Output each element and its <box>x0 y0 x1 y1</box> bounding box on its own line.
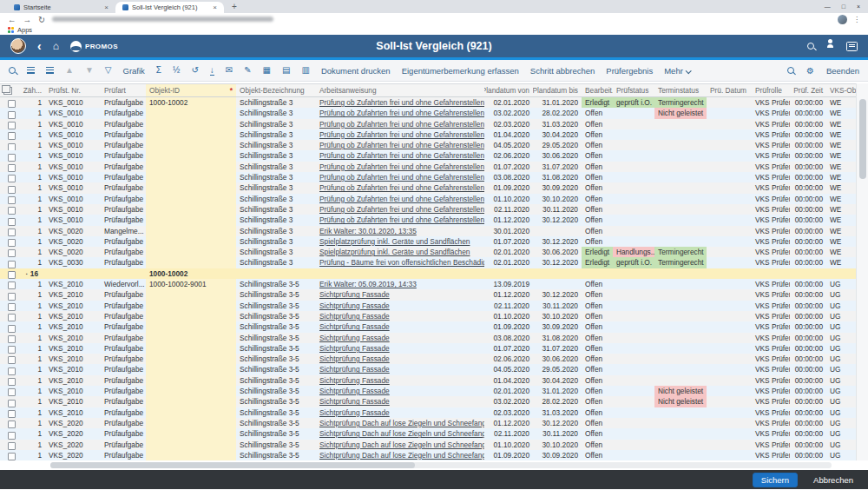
work-instruction-link[interactable]: Prüfung ob Zufahrten frei und ohne Gefah… <box>319 215 484 224</box>
select-all-icon[interactable] <box>3 87 12 95</box>
url-field[interactable] <box>52 17 273 22</box>
table-row[interactable]: 1VKS_2010PrüfaufgabeSchillingstraße 3-5S… <box>0 354 856 364</box>
row-checkbox[interactable] <box>8 239 16 247</box>
table-row[interactable]: 1VKS_0010PrüfaufgabeSchillingstraße 3Prü… <box>0 150 856 161</box>
table-row[interactable]: 1VKS_0020Mangelme...Schillingstraße 3Eri… <box>0 226 856 236</box>
row-checkbox[interactable] <box>8 356 16 364</box>
settings-gear-icon[interactable]: ⚙ <box>806 66 814 76</box>
sum-icon[interactable]: Σ <box>156 66 161 75</box>
row-checkbox[interactable] <box>8 325 16 333</box>
column-header-art[interactable]: Prüfart <box>101 84 146 96</box>
browser-menu-icon[interactable]: ⋮ <box>853 16 860 23</box>
work-instruction-link[interactable]: Sichtprüfung Dach auf lose Ziegeln und S… <box>319 451 484 460</box>
column-header-zeit[interactable]: Prüf. Zeit <box>790 84 826 96</box>
work-instruction-link[interactable]: Erik Walter: 30.01.2020, 13:35 <box>319 227 417 235</box>
column-header-von[interactable]: Plandatum von <box>484 84 533 96</box>
user-avatar[interactable] <box>10 38 26 54</box>
table-row[interactable]: 1VKS_2010PrüfaufgabeSchillingstraße 3-5S… <box>0 311 856 321</box>
column-header-sel[interactable] <box>0 84 23 96</box>
table-row[interactable]: 1VKS_2010PrüfaufgabeSchillingstraße 3-5S… <box>0 375 856 386</box>
work-instruction-link[interactable]: Sichtprüfung Fassade <box>319 334 390 342</box>
work-instruction-link[interactable]: Sichtprüfung Dach auf lose Ziegeln und S… <box>319 429 484 438</box>
column-header-rolle[interactable]: Prüfrolle <box>752 84 790 96</box>
refresh-icon[interactable]: ↺ <box>191 66 198 75</box>
column-header-vks[interactable]: VKS-Obj... <box>826 84 858 96</box>
row-checkbox[interactable] <box>8 228 16 236</box>
table-row[interactable]: 1VKS_2010PrüfaufgabeSchillingstraße 3-5S… <box>0 386 856 396</box>
sort-ascending-icon[interactable]: ▲ <box>65 66 74 75</box>
work-instruction-link[interactable]: Sichtprüfung Fassade <box>319 322 390 331</box>
test-result-button[interactable]: Prüfergebnis <box>606 66 653 76</box>
column-header-aw[interactable]: Arbeitsanweisung <box>316 84 484 96</box>
table-row[interactable]: 1VKS_2010Wiedervorl...1000-10002-9001Sch… <box>0 279 856 289</box>
work-instruction-link[interactable]: Prüfung ob Zufahrten frei und ohne Gefah… <box>319 162 484 171</box>
table-row[interactable]: 1VKS_2010PrüfaufgabeSchillingstraße 3-5S… <box>0 333 856 343</box>
work-instruction-link[interactable]: Erik Walter: 05.09.2019, 14:33 <box>319 280 417 288</box>
column-header-z[interactable]: Zäh... <box>23 84 45 96</box>
more-button[interactable]: Mehr <box>664 66 690 76</box>
save-button[interactable]: Sichern <box>753 473 798 487</box>
tab-soll-ist-vergleich[interactable]: Soll-Ist Vergleich (921) × <box>115 2 224 13</box>
work-instruction-link[interactable]: Sichtprüfung Dach auf lose Ziegeln und S… <box>319 419 484 427</box>
table-row[interactable]: 1VKS_2010PrüfaufgabeSchillingstraße 3-5S… <box>0 407 856 418</box>
tab-close-icon[interactable]: × <box>104 3 108 11</box>
work-instruction-link[interactable]: Sichtprüfung Fassade <box>319 376 390 385</box>
email-icon[interactable]: ✉ <box>226 66 233 75</box>
table-row[interactable]: 1VKS_0010PrüfaufgabeSchillingstraße 3Prü… <box>0 204 856 215</box>
column-header-obez[interactable]: Objekt-Bezeichnung <box>236 84 316 96</box>
export-spreadsheet-icon[interactable]: ▥ <box>301 66 309 75</box>
work-instruction-link[interactable]: Sichtprüfung Fassade <box>319 397 390 406</box>
tab-startseite[interactable]: Startseite × <box>7 2 115 13</box>
signature-icon[interactable]: ✎ <box>244 66 251 75</box>
row-checkbox[interactable] <box>8 432 16 440</box>
table-row[interactable]: 1VKS_2020PrüfaufgabeSchillingstraße 3-5S… <box>0 450 856 460</box>
work-instruction-link[interactable]: Sichtprüfung Fassade <box>319 408 390 417</box>
bookmarks-apps-label[interactable]: Apps <box>17 26 32 34</box>
table-row[interactable]: 1VKS_0010PrüfaufgabeSchillingstraße 3Prü… <box>0 172 856 182</box>
work-instruction-link[interactable]: Prüfung ob Zufahrten frei und ohne Gefah… <box>319 98 484 107</box>
vertical-scrollbar-thumb[interactable] <box>859 99 866 179</box>
table-row[interactable]: 1VKS_0010PrüfaufgabeSchillingstraße 3Prü… <box>0 182 856 193</box>
row-checkbox[interactable] <box>8 164 16 172</box>
home-icon[interactable]: ⌂ <box>53 41 59 51</box>
work-instruction-link[interactable]: Prüfung ob Zufahrten frei und ohne Gefah… <box>319 151 484 160</box>
table-search-icon[interactable] <box>787 67 794 74</box>
horizontal-scrollbar-thumb[interactable] <box>50 462 415 468</box>
work-instruction-link[interactable]: Prüfung ob Zufahrten frei und ohne Gefah… <box>319 195 484 203</box>
work-instruction-link[interactable]: Prüfung ob Zufahrten frei und ohne Gefah… <box>319 205 484 214</box>
nav-back-icon[interactable]: ← <box>8 15 16 24</box>
back-icon[interactable]: ‹ <box>37 40 42 52</box>
work-instruction-link[interactable]: Sichtprüfung Fassade <box>319 354 390 363</box>
table-row[interactable]: 1VKS_2010PrüfaufgabeSchillingstraße 3-5S… <box>0 301 856 311</box>
view-hierarchy-icon[interactable] <box>46 67 54 74</box>
column-header-bearb[interactable]: Bearbeit. <box>582 84 613 96</box>
group-row[interactable]: ▪161000-10002 <box>0 268 856 279</box>
row-checkbox[interactable] <box>8 335 16 343</box>
cancel-step-button[interactable]: Schritt abbrechen <box>530 66 595 76</box>
table-row[interactable]: 1VKS_2010PrüfaufgabeSchillingstraße 3-5S… <box>0 364 856 374</box>
row-checkbox[interactable] <box>8 218 16 226</box>
row-checkbox[interactable] <box>8 378 16 386</box>
row-checkbox[interactable] <box>8 346 16 354</box>
row-checkbox[interactable] <box>8 271 16 279</box>
row-checkbox[interactable] <box>8 400 16 407</box>
table-row[interactable]: 1VKS_0010PrüfaufgabeSchillingstraße 3Prü… <box>0 140 856 150</box>
row-checkbox[interactable] <box>8 186 16 194</box>
new-tab-button[interactable]: + <box>224 2 245 11</box>
group-expand-icon[interactable]: ▪ <box>26 268 28 279</box>
work-instruction-link[interactable]: Prüfung ob Zufahrten frei und ohne Gefah… <box>319 120 484 129</box>
column-header-nr[interactable]: Prüfst. Nr. <box>45 84 101 96</box>
browser-profile-avatar[interactable] <box>838 15 847 24</box>
subtotal-icon[interactable]: ½ <box>173 66 180 75</box>
shell-user-icon[interactable] <box>827 44 833 48</box>
nav-forward-icon[interactable]: → <box>23 15 32 24</box>
work-instruction-link[interactable]: Prüfung - Bäume frei von offensichtliche… <box>319 258 484 267</box>
column-header-tstat[interactable]: Terminstatus <box>654 84 707 96</box>
view-list-icon[interactable] <box>27 67 35 74</box>
row-checkbox[interactable] <box>8 196 16 204</box>
row-checkbox[interactable] <box>8 314 16 321</box>
row-checkbox[interactable] <box>8 111 16 119</box>
table-row[interactable]: 1VKS_2020PrüfaufgabeSchillingstraße 3-5S… <box>0 418 856 428</box>
row-checkbox[interactable] <box>8 122 16 129</box>
filter-icon[interactable]: ▽ <box>105 66 112 75</box>
